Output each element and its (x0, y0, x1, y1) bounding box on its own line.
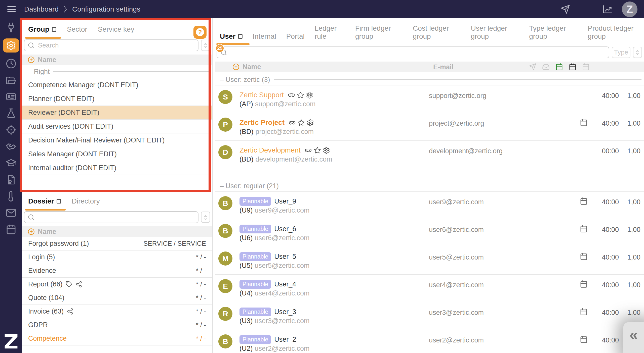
user-name-link[interactable]: Zertic Development (239, 146, 301, 154)
sidebar-item-lab[interactable] (3, 108, 19, 119)
tab-type-ledger-group[interactable]: Type ledger group (529, 24, 578, 40)
calendar-green-icon[interactable] (555, 63, 563, 71)
send-icon[interactable] (560, 5, 570, 14)
breadcrumb-dashboard[interactable]: Dashboard (24, 5, 59, 13)
sidebar-item-temperature[interactable] (3, 191, 19, 202)
mask-icon[interactable] (305, 147, 312, 154)
tab-firm-ledger-group[interactable]: Firm ledger group (355, 24, 403, 40)
column-email[interactable]: E-mail (433, 63, 454, 71)
tab-ledger-rule[interactable]: Ledger rule (315, 24, 345, 40)
collapse-panel-button[interactable]: « (623, 322, 644, 353)
add-group-icon[interactable] (28, 56, 35, 63)
gear-icon[interactable] (306, 91, 313, 99)
send-icon[interactable] (529, 63, 536, 71)
gear-icon[interactable] (307, 119, 314, 126)
mask-icon[interactable] (289, 119, 296, 126)
list-item[interactable]: Evidence * / - (22, 264, 212, 278)
sidebar-item-time[interactable] (3, 58, 19, 69)
user-name[interactable]: User_5 (274, 253, 296, 261)
sidebar-item-targets[interactable] (3, 124, 19, 135)
table-row[interactable]: P Zertic Project (BD)project@zertic.com (215, 113, 644, 140)
list-item[interactable]: Competence Manager (DONT EDIT) (22, 78, 212, 92)
tag-icon[interactable] (66, 281, 72, 288)
sidebar-item-certificates[interactable] (3, 174, 19, 185)
user-name[interactable]: User_6 (274, 225, 296, 233)
group-sort-button[interactable] (201, 40, 210, 51)
tab-user-ledger-group[interactable]: User ledger group (471, 24, 519, 40)
add-user-icon[interactable] (232, 63, 239, 70)
star-icon[interactable] (314, 147, 321, 154)
user-name[interactable]: User_4 (274, 280, 296, 288)
list-item[interactable]: Planner (DONT EDIT) (22, 92, 212, 106)
user-name[interactable]: User_2 (274, 336, 296, 343)
sidebar-item-calendar[interactable] (3, 224, 19, 235)
sidebar-item-settings[interactable] (3, 38, 19, 53)
tab-group[interactable]: Group (28, 25, 56, 33)
list-item-selected[interactable]: Reviewer (DONT EDIT) (22, 106, 212, 120)
user-name-link[interactable]: Zertic Project (239, 119, 285, 127)
calendar-icon[interactable] (580, 308, 588, 316)
checkbox-square-icon[interactable] (238, 34, 243, 39)
table-row[interactable]: E Plannable User_4 (U4)user4@zertic.com … (215, 274, 644, 302)
analytics-icon[interactable] (603, 5, 612, 14)
list-item[interactable]: Invoice (63) * / - (22, 305, 212, 318)
table-row[interactable]: M Plannable User_5 (U5)user5@zertic.com … (215, 247, 644, 274)
tab-directory[interactable]: Directory (72, 197, 100, 205)
table-row[interactable]: B Plannable User_9 (U9)user9@zertic.com … (215, 191, 644, 219)
star-icon[interactable] (297, 91, 304, 99)
calendar-icon[interactable] (580, 253, 588, 260)
list-item[interactable]: Forgot password (1) SERVICE / SERVICE (22, 237, 212, 250)
tab-dossier[interactable]: Dossier (28, 197, 61, 205)
mask-icon[interactable] (288, 91, 295, 99)
calendar-icon[interactable] (580, 280, 588, 288)
table-row[interactable]: B Plannable User_6 (U6)user6@zertic.com … (215, 219, 644, 247)
dossier-name-column[interactable]: Name (38, 228, 56, 236)
group-search-input[interactable] (34, 40, 198, 51)
list-item-accent[interactable]: Competence * / - (22, 332, 212, 345)
list-item[interactable]: Audit services (DONT EDIT) (22, 120, 212, 133)
tab-internal[interactable]: Internal (253, 32, 276, 40)
hamburger-menu-icon[interactable] (7, 4, 17, 14)
add-dossier-icon[interactable] (28, 228, 35, 235)
star-icon[interactable] (298, 119, 305, 126)
list-item[interactable]: Report (66) * / - (22, 278, 212, 291)
sidebar-item-partners[interactable] (3, 141, 19, 152)
inbox-icon[interactable] (542, 63, 550, 71)
list-item[interactable]: Quote (104) * / - (22, 291, 212, 305)
column-name[interactable]: Name (243, 63, 261, 71)
calendar-icon[interactable] (580, 197, 588, 205)
gear-icon[interactable] (323, 147, 330, 154)
user-name[interactable]: User_3 (274, 308, 296, 316)
list-item[interactable]: Sales Manager (DONT EDIT) (22, 147, 212, 161)
list-item[interactable]: GDPR * / - (22, 318, 212, 332)
calendar-gray-icon[interactable] (582, 63, 590, 71)
table-row[interactable]: D Zertic Development (BD)development@zer… (215, 140, 644, 168)
tab-user[interactable]: User (220, 32, 243, 40)
sidebar-item-dossiers[interactable] (3, 75, 19, 86)
user-name[interactable]: User_9 (274, 197, 296, 205)
share-icon[interactable] (75, 281, 82, 288)
table-row[interactable]: S Zertic Support (AP)support@zertic.com (215, 85, 644, 113)
user-avatar[interactable]: Z (622, 2, 637, 17)
tab-portal[interactable]: Portal (286, 32, 305, 40)
dossier-search-input[interactable] (34, 212, 198, 223)
checkbox-square-icon[interactable] (52, 27, 56, 32)
calendar-icon[interactable] (580, 225, 588, 233)
sidebar-item-mail[interactable] (3, 207, 19, 218)
type-filter-button[interactable]: Type (612, 47, 630, 58)
group-name-column[interactable]: Name (38, 56, 56, 64)
tab-service-key[interactable]: Service key (98, 25, 134, 33)
share-icon[interactable] (67, 308, 73, 315)
tab-product-ledger-group[interactable]: Product ledger group (588, 24, 644, 40)
calendar-icon[interactable] (580, 119, 588, 126)
list-item[interactable]: Decision Maker/Final Reviewer (DONT EDIT… (22, 133, 212, 147)
table-row[interactable]: R Plannable User_3 (U3)user3@zertic.com … (215, 302, 644, 330)
calendar-black-icon[interactable] (569, 63, 576, 71)
list-item[interactable]: Login (5) * / - (22, 250, 212, 264)
user-sort-button[interactable] (633, 47, 642, 58)
list-item[interactable]: Internal auditor (DONT EDIT) (22, 161, 212, 175)
tab-sector[interactable]: Sector (67, 25, 87, 33)
sidebar-item-education[interactable] (3, 158, 19, 169)
help-button[interactable]: ? (193, 26, 207, 39)
table-row[interactable]: B Plannable User_2 (U2)user2@zertic.com … (215, 330, 644, 353)
